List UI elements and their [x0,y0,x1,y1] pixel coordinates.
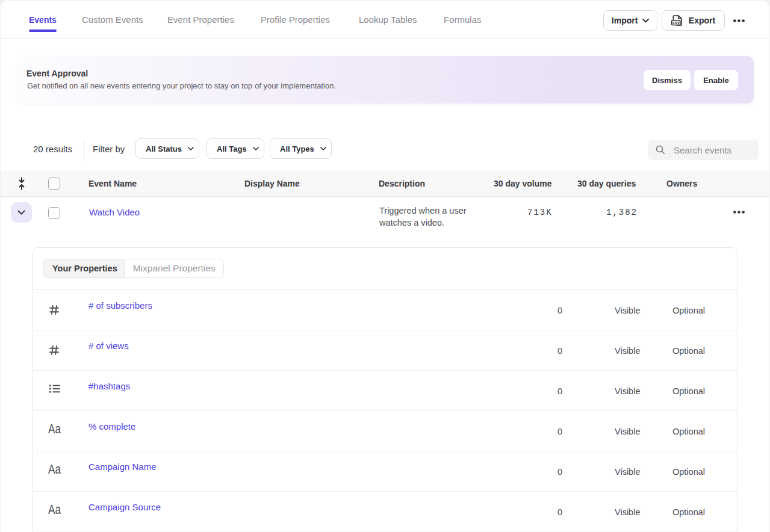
svg-text:csv: csv [672,21,680,25]
svg-text:Aa: Aa [48,505,61,515]
svg-text:Aa: Aa [48,465,61,475]
svg-text:Aa: Aa [48,424,61,435]
